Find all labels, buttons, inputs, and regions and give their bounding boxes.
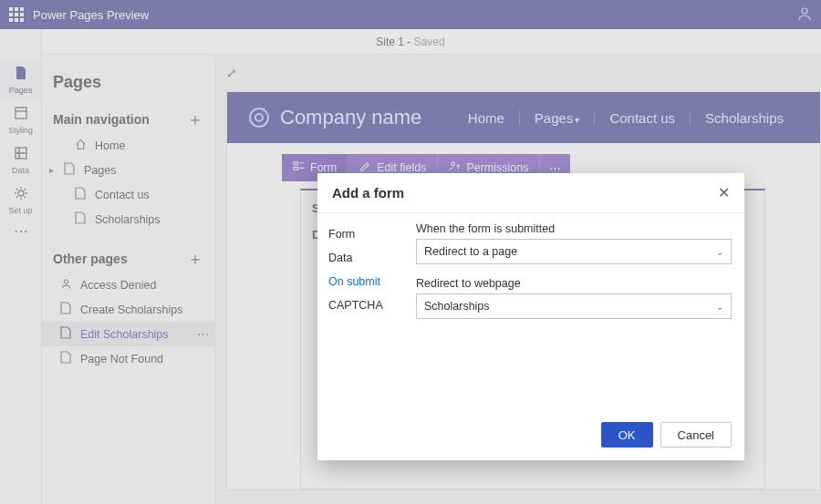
chevron-down-icon: ⌄	[716, 302, 723, 312]
tab-data[interactable]: Data	[328, 246, 416, 270]
redirect-webpage-label: Redirect to webpage	[416, 277, 732, 290]
submit-action-select[interactable]: Redirect to a page ⌄	[416, 239, 732, 264]
modal-header: Add a form ✕	[317, 173, 744, 213]
button-label: Cancel	[678, 428, 714, 442]
select-value: Redirect to a page	[424, 245, 517, 258]
tab-on-submit[interactable]: On submit	[328, 270, 416, 293]
chevron-down-icon: ⌄	[716, 247, 723, 257]
button-label: OK	[618, 428, 636, 442]
tab-captcha[interactable]: CAPTCHA	[328, 293, 416, 317]
select-value: Scholarships	[424, 300, 490, 313]
add-form-modal: Add a form ✕ Form Data On submit CAPTCHA…	[317, 173, 744, 460]
modal-tab-list: Form Data On submit CAPTCHA	[317, 213, 416, 413]
tab-form[interactable]: Form	[328, 222, 416, 246]
cancel-button[interactable]: Cancel	[660, 422, 732, 447]
modal-footer: OK Cancel	[317, 413, 744, 460]
close-icon[interactable]: ✕	[718, 184, 730, 201]
submit-action-label: When the form is submitted	[416, 222, 732, 235]
redirect-webpage-select[interactable]: Scholarships ⌄	[416, 293, 732, 319]
ok-button[interactable]: OK	[601, 422, 653, 447]
modal-form-panel: When the form is submitted Redirect to a…	[416, 213, 744, 413]
modal-title: Add a form	[332, 185, 404, 201]
